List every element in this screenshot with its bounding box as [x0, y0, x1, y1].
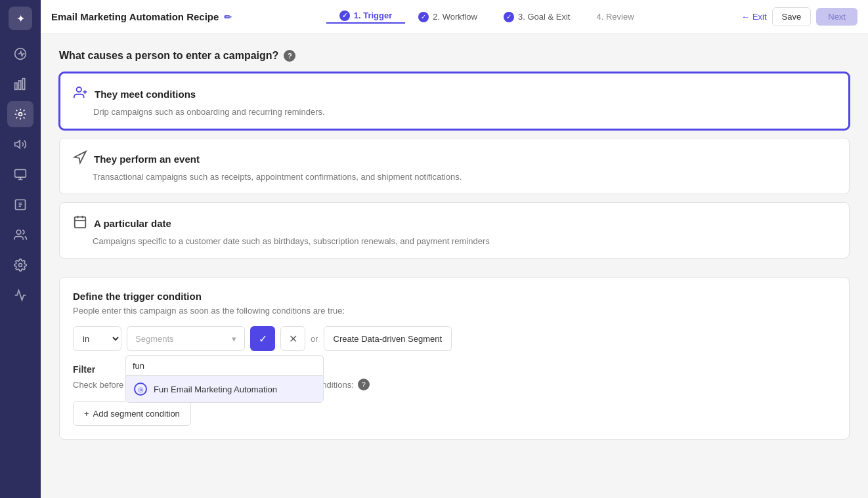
svg-rect-1 [15, 83, 17, 89]
save-button[interactable]: Save [772, 7, 812, 26]
svg-point-8 [16, 230, 21, 235]
trigger-card-conditions-title: They meet conditions [74, 85, 835, 103]
define-section-desc: People enter this campaign as soon as th… [73, 306, 836, 316]
sidebar-item-inbox[interactable] [7, 161, 33, 188]
sidebar-logo[interactable]: ✦ [9, 7, 32, 30]
step-check-goal: ✓ [504, 12, 514, 22]
segment-search-input[interactable] [133, 361, 316, 371]
content-area: What causes a person to enter a campaign… [41, 34, 868, 498]
svg-marker-5 [15, 140, 20, 148]
svg-point-10 [77, 87, 81, 92]
segment-item-icon: ◎ [134, 383, 147, 396]
recipe-title: Email Marketing Automation Recipe [51, 11, 219, 22]
chevron-down-icon: ▾ [232, 334, 236, 344]
in-select[interactable]: in not in [73, 326, 121, 351]
define-section-title: Define the trigger condition [73, 291, 836, 302]
sidebar-item-automation[interactable] [7, 101, 33, 127]
step-check-trigger: ✓ [339, 10, 350, 21]
edit-title-icon[interactable]: ✏ [224, 12, 232, 22]
define-trigger-section: Define the trigger condition People ente… [59, 277, 850, 440]
topbar-title: Email Marketing Automation Recipe ✏ [51, 11, 232, 22]
trigger-card-date-title: A particular date [73, 215, 836, 232]
trigger-card-conditions-desc: Drip campaigns such as onboarding and re… [74, 107, 835, 117]
step-workflow[interactable]: ✓ 2. Workflow [405, 12, 490, 22]
sidebar: ✦ [0, 0, 41, 498]
sidebar-item-pulse[interactable] [7, 282, 33, 308]
trigger-card-event-title: They perform an event [73, 150, 836, 168]
conditions-icon [74, 85, 88, 103]
filter-help-icon[interactable]: ? [358, 379, 370, 390]
step-review[interactable]: 4. Review [583, 12, 647, 22]
step-trigger[interactable]: ✓ 1. Trigger [326, 10, 406, 24]
date-icon [73, 215, 87, 232]
svg-rect-3 [22, 79, 24, 90]
trigger-card-event[interactable]: They perform an event Transactional camp… [59, 138, 850, 194]
cancel-condition-button[interactable]: ✕ [280, 326, 305, 351]
trigger-card-event-desc: Transactional campaigns such as receipts… [73, 172, 836, 182]
sidebar-item-settings[interactable] [7, 252, 33, 278]
next-button[interactable]: Next [816, 8, 857, 26]
main-area: Email Marketing Automation Recipe ✏ ✓ 1.… [41, 0, 868, 498]
sidebar-item-campaigns[interactable] [7, 131, 33, 157]
section-help-icon[interactable]: ? [284, 50, 295, 62]
add-segment-button[interactable]: + Add segment condition [73, 401, 191, 426]
svg-point-9 [19, 264, 22, 267]
dropdown-item-fun[interactable]: ◎ Fun Email Marketing Automation [126, 376, 323, 402]
step-check-workflow: ✓ [418, 12, 429, 22]
svg-point-4 [19, 113, 22, 116]
event-icon [73, 150, 87, 168]
exit-button[interactable]: ← Exit [741, 12, 767, 22]
trigger-cards: They meet conditions Drip campaigns such… [59, 72, 850, 266]
svg-rect-6 [15, 170, 26, 178]
segments-dropdown-menu: ◎ Fun Email Marketing Automation [125, 355, 324, 403]
dropdown-list: ◎ Fun Email Marketing Automation [125, 376, 324, 403]
confirm-button[interactable]: ✓ [250, 326, 275, 351]
dropdown-item-label: Fun Email Marketing Automation [154, 384, 277, 394]
sidebar-item-analytics[interactable] [7, 71, 33, 97]
svg-rect-2 [19, 81, 21, 89]
condition-row: in not in Segments ▾ ✓ ✕ or Create Data-… [73, 326, 836, 351]
trigger-card-date[interactable]: A particular date Campaigns specific to … [59, 202, 850, 259]
search-container [125, 355, 324, 376]
or-label: or [311, 334, 318, 344]
step-goal-exit[interactable]: ✓ 3. Goal & Exit [490, 12, 583, 22]
sidebar-item-activity[interactable] [7, 41, 33, 67]
plus-icon: + [84, 409, 89, 419]
sidebar-item-people[interactable] [7, 222, 33, 248]
svg-rect-13 [75, 217, 86, 228]
topbar-actions: ← Exit Save Next [741, 7, 857, 26]
sidebar-item-forms[interactable] [7, 192, 33, 218]
segments-dropdown[interactable]: Segments ▾ [127, 326, 245, 351]
section-title: What causes a person to enter a campaign… [59, 50, 850, 62]
steps-nav: ✓ 1. Trigger ✓ 2. Workflow ✓ 3. Goal & E… [326, 10, 647, 24]
create-segment-button[interactable]: Create Data-driven Segment [324, 326, 452, 351]
topbar: Email Marketing Automation Recipe ✏ ✓ 1.… [41, 0, 868, 34]
trigger-card-conditions[interactable]: They meet conditions Drip campaigns such… [59, 72, 850, 130]
trigger-card-date-desc: Campaigns specific to a customer date su… [73, 236, 836, 246]
